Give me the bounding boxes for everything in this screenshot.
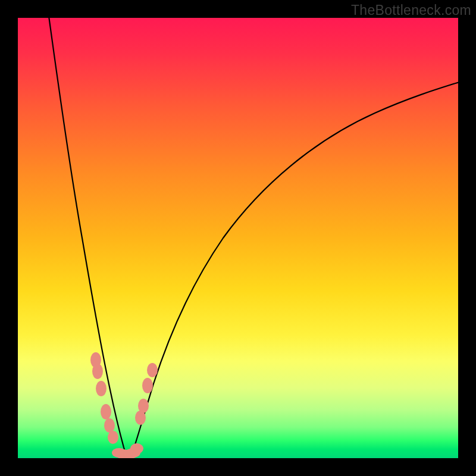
curves-layer (18, 18, 458, 458)
svg-point-2 (96, 381, 107, 396)
svg-point-5 (108, 431, 118, 444)
dots-right (135, 363, 158, 425)
watermark-text: TheBottleneck.com (351, 2, 471, 18)
curve-left-branch (48, 18, 128, 457)
svg-point-15 (130, 443, 143, 454)
curve-right-branch (131, 82, 458, 457)
svg-point-9 (147, 363, 158, 377)
dots-bottom-cluster (112, 443, 143, 458)
svg-point-4 (104, 418, 115, 433)
svg-point-7 (138, 399, 149, 413)
plot-area (18, 18, 458, 458)
svg-point-8 (142, 378, 153, 393)
svg-point-1 (92, 364, 103, 379)
dots-left (90, 352, 118, 444)
svg-point-3 (101, 404, 111, 419)
chart-frame: TheBottleneck.com (0, 0, 476, 476)
